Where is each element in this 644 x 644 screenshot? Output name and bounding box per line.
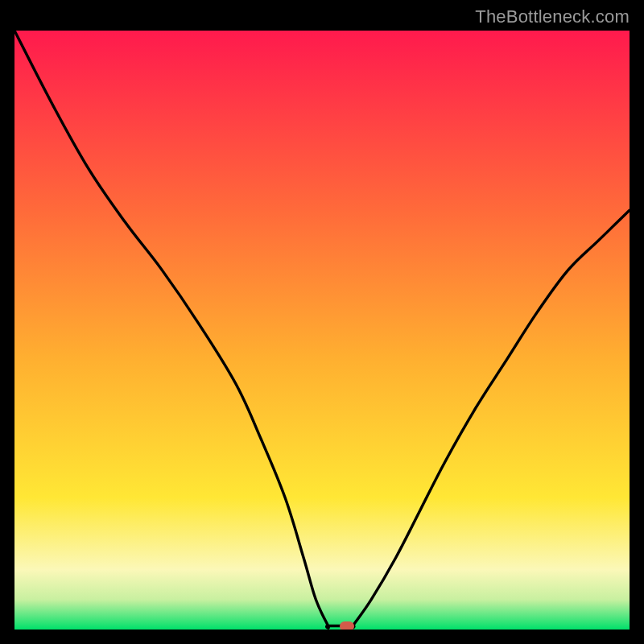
chart-frame: TheBottleneck.com [0, 0, 644, 644]
plot-area [14, 31, 630, 630]
watermark-text: TheBottleneck.com [475, 6, 630, 27]
optimal-point-marker [340, 621, 354, 630]
bottleneck-curve [14, 31, 630, 630]
